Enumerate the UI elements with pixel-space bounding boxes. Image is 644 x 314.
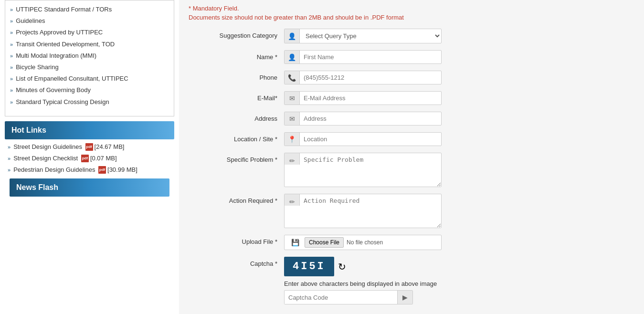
chevron-icon: » — [10, 41, 13, 48]
upload-icon: 💾 — [287, 239, 303, 246]
captcha-input-group: ▶ — [284, 290, 413, 304]
phone-icon: 📞 — [285, 71, 300, 84]
sidebar-nav-section: » UTTIPEC Standard Format / TORs » Guide… — [5, 0, 174, 116]
captcha-box: 4I5I ↻ — [284, 257, 437, 276]
sidebar-item-mmi[interactable]: » Multi Modal Integration (MMI) — [10, 52, 169, 60]
captcha-input[interactable] — [285, 291, 397, 304]
specific-problem-row: Specific Problem * ✏ — [189, 153, 634, 187]
chevron-icon: » — [10, 64, 13, 71]
hot-links-header: Hot Links — [5, 121, 174, 139]
user-icon: 👤 — [285, 51, 300, 63]
chevron-icon: » — [10, 87, 13, 94]
specific-problem-label: Specific Problem * — [189, 153, 284, 163]
captcha-refresh-button[interactable]: ↻ — [338, 261, 346, 272]
action-required-textarea[interactable] — [300, 194, 441, 228]
pencil-icon: ✏ — [285, 153, 300, 165]
upload-file-row: Upload File * 💾 Choose File No file chos… — [189, 235, 634, 250]
name-label: Name * — [189, 50, 284, 61]
location-icon: 📍 — [285, 133, 300, 146]
name-input[interactable] — [300, 51, 441, 63]
pencil-icon: ✏ — [285, 194, 300, 206]
phone-label: Phone — [189, 71, 284, 81]
phone-input[interactable] — [300, 71, 441, 84]
pdf-icon: pdf — [81, 155, 89, 162]
sidebar-item-bicycle-sharing[interactable]: » Bicycle Sharing — [10, 63, 169, 72]
mandatory-notice-sub: Documents size should not be greater tha… — [189, 14, 634, 21]
captcha-label: Captcha * — [189, 257, 284, 267]
news-flash-section: News Flash — [5, 178, 174, 197]
address-input[interactable] — [300, 112, 441, 125]
chevron-icon: » — [10, 18, 13, 25]
upload-file-label: Upload File * — [189, 235, 284, 245]
news-flash-header: News Flash — [10, 178, 169, 197]
mandatory-notice: * Mandatory Field. — [189, 5, 634, 12]
phone-input-group: 📞 — [284, 71, 442, 84]
pdf-icon: pdf — [85, 143, 93, 151]
suggestion-category-label: Suggestion Category — [189, 29, 284, 39]
location-input[interactable] — [300, 133, 441, 146]
specific-problem-input-group: ✏ — [284, 153, 442, 187]
suggestion-category-row: Suggestion Category 👤 Select Query Type — [189, 29, 634, 43]
location-input-group: 📍 — [284, 132, 442, 146]
captcha-row: Captcha * 4I5I ↻ Enter above characters … — [189, 257, 634, 304]
captcha-submit-button[interactable]: ▶ — [397, 291, 412, 304]
sidebar-item-uttipec-standard[interactable]: » UTTIPEC Standard Format / TORs — [10, 5, 169, 14]
main-content: * Mandatory Field. Documents size should… — [179, 0, 644, 314]
chevron-icon: » — [10, 52, 13, 60]
name-input-group: 👤 — [284, 50, 442, 64]
hotlink-street-design-guidelines[interactable]: » Street Design Guidelines pdf[24.67 MB] — [5, 143, 174, 151]
chevron-icon: » — [10, 29, 13, 36]
specific-problem-textarea[interactable] — [300, 153, 441, 187]
name-row: Name * 👤 — [189, 50, 634, 64]
chevron-icon: » — [10, 99, 13, 106]
email-row: E-Mail* ✉ — [189, 91, 634, 105]
address-input-group: ✉ — [284, 112, 442, 126]
hotlink-street-design-checklist[interactable]: » Street Design Checklist pdf[0.07 MB] — [5, 155, 174, 162]
phone-row: Phone 📞 — [189, 71, 634, 84]
captcha-instruction: Enter above characters being displayed i… — [284, 280, 437, 287]
email-input-group: ✉ — [284, 91, 442, 105]
action-required-row: Action Required * ✏ — [189, 194, 634, 228]
email-input[interactable] — [300, 92, 441, 105]
sidebar-item-minutes[interactable]: » Minutes of Governing Body — [10, 86, 169, 94]
chevron-icon: » — [10, 75, 13, 83]
chevron-icon: » — [8, 144, 11, 150]
suggestion-category-input-group: 👤 Select Query Type — [284, 29, 442, 43]
choose-file-button[interactable]: Choose File — [305, 237, 344, 248]
location-row: Location / Site * 📍 — [189, 132, 634, 146]
captcha-image: 4I5I — [284, 257, 334, 276]
user-icon: 👤 — [285, 29, 300, 43]
sidebar-item-projects[interactable]: » Projects Approved by UTTIPEC — [10, 28, 169, 37]
file-upload-group: 💾 Choose File No file chosen — [284, 235, 442, 250]
chevron-icon: » — [10, 6, 13, 13]
action-required-label: Action Required * — [189, 194, 284, 204]
chevron-icon: » — [8, 167, 11, 173]
suggestion-category-select[interactable]: Select Query Type — [300, 29, 441, 43]
address-icon: ✉ — [285, 112, 300, 125]
sidebar-item-empanelled[interactable]: » List of Empanelled Consultant, UTTIPEC — [10, 74, 169, 83]
chevron-icon: » — [8, 156, 11, 161]
pdf-icon: pdf — [98, 166, 106, 174]
email-icon: ✉ — [285, 92, 300, 105]
no-file-chosen-label: No file chosen — [347, 239, 383, 246]
email-label: E-Mail* — [189, 91, 284, 102]
sidebar-item-guidelines[interactable]: » Guidelines — [10, 17, 169, 25]
hotlink-pedestrian-design[interactable]: » Pedestrian Design Guidelines pdf[30.99… — [5, 166, 174, 174]
sidebar-item-tod[interactable]: » Transit Oriented Development, TOD — [10, 40, 169, 49]
hot-links-section: » Street Design Guidelines pdf[24.67 MB]… — [5, 143, 174, 174]
address-label: Address — [189, 112, 284, 122]
location-label: Location / Site * — [189, 132, 284, 143]
action-required-input-group: ✏ — [284, 194, 442, 228]
sidebar: » UTTIPEC Standard Format / TORs » Guide… — [0, 0, 179, 314]
sidebar-item-crossing-design[interactable]: » Standard Typical Crossing Design — [10, 98, 169, 106]
captcha-section: 4I5I ↻ Enter above characters being disp… — [284, 257, 437, 304]
address-row: Address ✉ — [189, 112, 634, 126]
